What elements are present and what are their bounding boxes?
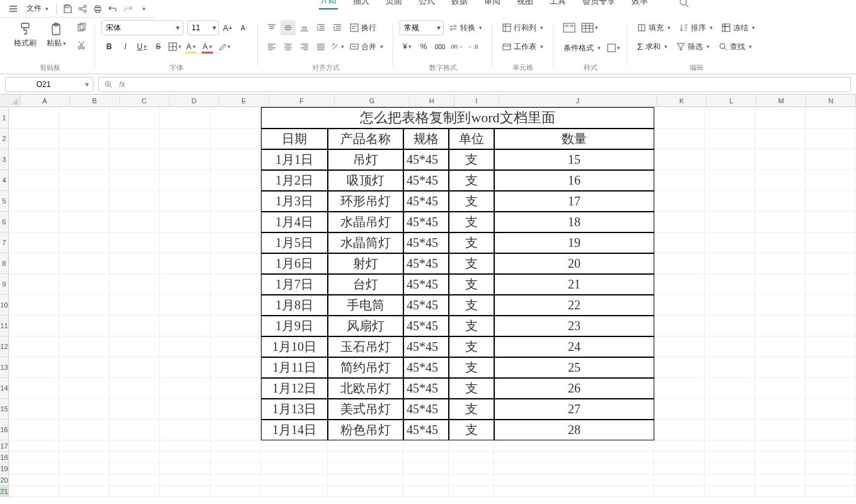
data-cell[interactable]: 台灯	[328, 274, 403, 295]
cell[interactable]	[755, 420, 806, 440]
cell[interactable]	[211, 107, 261, 129]
cell[interactable]	[211, 253, 261, 274]
increase-indent-button[interactable]	[330, 20, 345, 35]
strikethrough-button[interactable]: S	[151, 39, 166, 54]
qat-more-icon[interactable]: ▾	[136, 2, 150, 16]
cell[interactable]	[59, 232, 110, 253]
cell[interactable]	[755, 452, 806, 463]
cell[interactable]	[211, 463, 261, 474]
cell[interactable]	[160, 452, 211, 463]
cell[interactable]	[806, 107, 856, 129]
increase-font-button[interactable]: A+	[220, 20, 235, 35]
title-cell[interactable]: 怎么把表格复制到word文档里面	[261, 107, 654, 129]
col-header-H[interactable]: H	[410, 94, 454, 106]
cell[interactable]	[449, 474, 494, 486]
cell[interactable]	[9, 420, 59, 440]
cell[interactable]	[110, 486, 160, 497]
cell[interactable]	[110, 474, 160, 486]
increase-decimal-button[interactable]: .00→	[449, 39, 464, 54]
cell[interactable]	[755, 357, 806, 378]
data-cell[interactable]: 15	[494, 149, 654, 170]
cell[interactable]	[59, 107, 110, 129]
cell[interactable]	[160, 357, 211, 378]
cell[interactable]	[494, 474, 654, 486]
header-cell[interactable]: 产品名称	[328, 129, 403, 149]
cell[interactable]	[705, 357, 755, 378]
cell[interactable]	[59, 149, 110, 170]
row-header[interactable]: 9	[0, 274, 8, 295]
cell[interactable]	[110, 378, 160, 399]
print-icon[interactable]	[91, 2, 105, 16]
data-cell[interactable]: 支	[449, 399, 494, 420]
underline-button[interactable]: U▾	[134, 39, 149, 54]
col-header-D[interactable]: D	[170, 94, 219, 106]
data-cell[interactable]: 45*45	[403, 357, 449, 378]
cell[interactable]	[160, 212, 211, 232]
percent-button[interactable]: %	[416, 39, 431, 54]
col-header-N[interactable]: N	[806, 94, 856, 106]
cell[interactable]	[160, 474, 211, 486]
cell[interactable]	[110, 129, 160, 149]
cell[interactable]	[755, 170, 806, 191]
row-header[interactable]: 19	[0, 463, 8, 474]
data-cell[interactable]: 20	[494, 253, 654, 274]
cell[interactable]	[110, 170, 160, 191]
cell[interactable]	[806, 399, 856, 420]
row-header[interactable]: 10	[0, 295, 8, 316]
cell[interactable]	[160, 295, 211, 316]
cell[interactable]	[654, 463, 705, 474]
cell[interactable]	[110, 274, 160, 295]
table-style-button[interactable]: ▾	[580, 20, 599, 35]
cell[interactable]	[705, 420, 755, 440]
row-header[interactable]: 12	[0, 336, 8, 357]
cell[interactable]	[806, 486, 856, 497]
cut-button[interactable]	[74, 38, 89, 53]
cell[interactable]	[705, 191, 755, 212]
data-cell[interactable]: 45*45	[403, 378, 449, 399]
header-cell[interactable]: 日期	[261, 129, 328, 149]
cell[interactable]	[59, 316, 110, 336]
cell[interactable]	[9, 295, 59, 316]
cell[interactable]	[705, 452, 755, 463]
cell[interactable]	[59, 452, 110, 463]
data-cell[interactable]: 45*45	[403, 253, 449, 274]
cell[interactable]	[9, 170, 59, 191]
data-cell[interactable]: 17	[494, 191, 654, 212]
header-cell[interactable]: 单位	[449, 129, 494, 149]
cell[interactable]	[654, 399, 705, 420]
data-cell[interactable]: 简约吊灯	[328, 357, 403, 378]
cell[interactable]	[59, 336, 110, 357]
cell[interactable]	[328, 463, 403, 474]
data-cell[interactable]: 45*45	[403, 399, 449, 420]
col-header-A[interactable]: A	[20, 94, 70, 106]
number-format-combo[interactable]: ▾	[400, 20, 444, 35]
fill-button[interactable]: 填充▾	[633, 20, 674, 35]
cell[interactable]	[705, 232, 755, 253]
fx-icon[interactable]: fx	[119, 80, 125, 89]
col-header-E[interactable]: E	[219, 94, 269, 106]
cell[interactable]	[59, 274, 110, 295]
cell[interactable]	[403, 474, 449, 486]
cell[interactable]	[755, 253, 806, 274]
cell[interactable]	[654, 452, 705, 463]
data-cell[interactable]: 45*45	[403, 336, 449, 357]
cell[interactable]	[59, 378, 110, 399]
search-icon[interactable]	[677, 0, 691, 9]
data-cell[interactable]: 18	[494, 212, 654, 232]
cell[interactable]	[59, 191, 110, 212]
cell[interactable]	[705, 212, 755, 232]
row-header[interactable]: 3	[0, 149, 8, 170]
row-header[interactable]: 13	[0, 357, 8, 378]
cell[interactable]	[110, 420, 160, 440]
cell[interactable]	[9, 107, 59, 129]
cell[interactable]	[9, 486, 59, 497]
tab-数据[interactable]: 数据	[450, 0, 469, 9]
cell[interactable]	[59, 486, 110, 497]
align-left-button[interactable]	[264, 39, 279, 54]
header-cell[interactable]: 规格	[403, 129, 449, 149]
comma-button[interactable]: 000	[432, 39, 448, 54]
data-cell[interactable]: 射灯	[328, 253, 403, 274]
cell[interactable]	[755, 232, 806, 253]
cell[interactable]	[110, 212, 160, 232]
convert-button[interactable]: 转换▾	[445, 20, 486, 35]
